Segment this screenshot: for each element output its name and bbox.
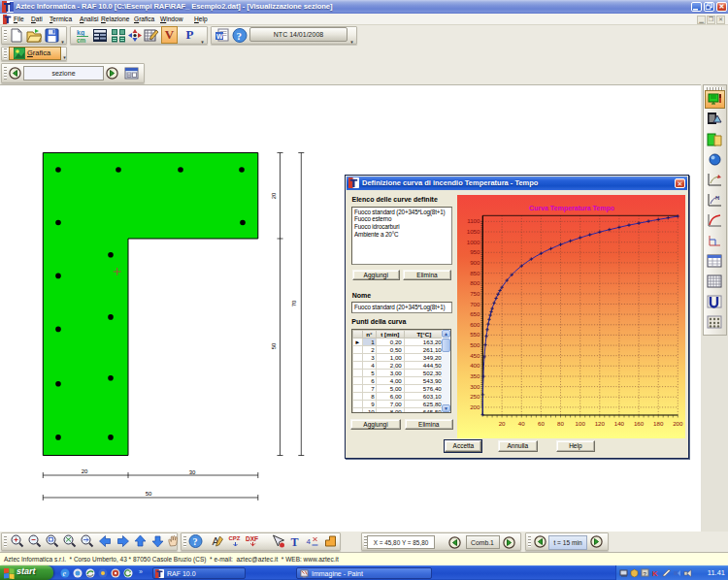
svg-text:20: 20 — [499, 419, 506, 426]
svg-text:?: ? — [193, 536, 198, 547]
svg-text:180: 180 — [653, 419, 664, 426]
svg-text:800: 800 — [471, 279, 481, 286]
svg-text:350: 350 — [471, 372, 481, 379]
svg-text:600: 600 — [471, 320, 481, 327]
svg-text:4: 4 — [307, 537, 312, 546]
svg-text:200: 200 — [471, 403, 481, 409]
svg-text:550: 550 — [471, 331, 481, 338]
svg-text:200: 200 — [674, 419, 684, 426]
svg-text:W: W — [216, 33, 223, 40]
svg-text:1050: 1050 — [467, 228, 480, 235]
svg-text:850: 850 — [471, 269, 481, 275]
svg-text:20: 20 — [82, 468, 88, 474]
svg-text:20: 20 — [271, 192, 277, 199]
svg-text:30: 30 — [189, 469, 196, 475]
svg-text:e: e — [63, 569, 67, 578]
svg-text:DXF: DXF — [246, 535, 258, 542]
svg-text:140: 140 — [614, 419, 625, 426]
svg-text:250: 250 — [471, 393, 481, 400]
svg-text:100: 100 — [576, 419, 586, 426]
svg-text:1000: 1000 — [467, 238, 480, 244]
svg-text:300: 300 — [471, 382, 481, 389]
svg-text:40: 40 — [518, 419, 525, 426]
svg-text:80: 80 — [557, 419, 564, 426]
svg-text:950: 950 — [471, 248, 481, 255]
svg-text:1100: 1100 — [468, 217, 481, 224]
svg-text:700: 700 — [471, 300, 481, 306]
svg-text:650: 650 — [471, 310, 481, 317]
svg-text:750: 750 — [471, 289, 481, 296]
svg-text:160: 160 — [634, 419, 645, 426]
svg-text:60: 60 — [538, 419, 545, 426]
svg-text:kg: kg — [77, 29, 84, 37]
svg-text:CPZ: CPZ — [229, 535, 241, 541]
svg-text:Curva Temperatura Tempo: Curva Temperatura Tempo — [529, 205, 614, 212]
svg-text:50: 50 — [271, 342, 277, 349]
svg-text:cm: cm — [77, 37, 86, 44]
svg-text:K: K — [652, 569, 658, 577]
svg-text:N: N — [715, 195, 719, 201]
svg-text:450: 450 — [471, 351, 481, 358]
svg-text:?: ? — [236, 30, 242, 42]
svg-text:900: 900 — [471, 258, 481, 265]
svg-text:500: 500 — [471, 341, 481, 348]
svg-text:70: 70 — [291, 300, 297, 306]
svg-text:T: T — [291, 535, 299, 549]
svg-text:120: 120 — [595, 419, 606, 426]
svg-text:400: 400 — [471, 362, 481, 369]
svg-text:50: 50 — [146, 491, 152, 497]
